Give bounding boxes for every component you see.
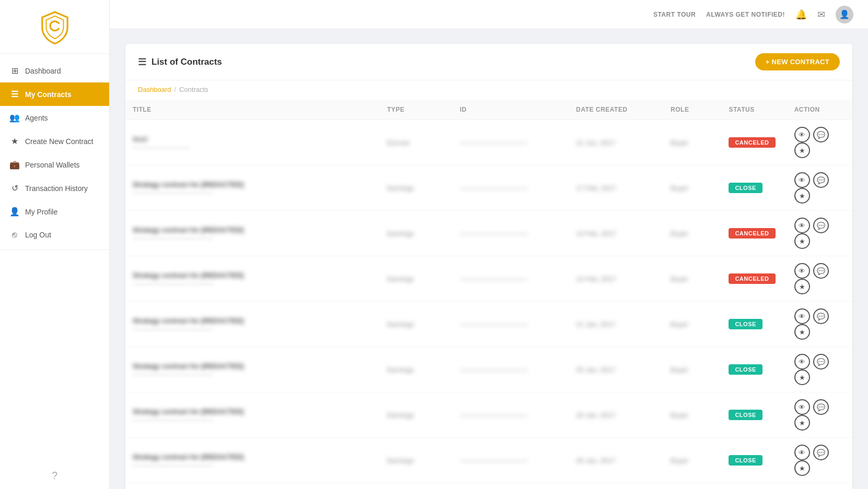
cell-id-0: ——————————: [452, 120, 569, 165]
comment-button-2[interactable]: 💬: [813, 218, 829, 233]
cell-action-7: 👁 💬 ★: [787, 438, 852, 483]
sidebar-item-my-contracts[interactable]: ☰ My Contracts: [0, 82, 109, 106]
sidebar-item-dashboard[interactable]: ⊞ Dashboard: [0, 59, 109, 82]
col-date-header: Date Created: [569, 100, 663, 120]
cell-date-0: 21 Jun, 2017: [569, 120, 663, 165]
status-badge-5: CLOSE: [729, 364, 762, 375]
cell-id-8: ——————————: [452, 483, 569, 490]
comment-button-4[interactable]: 💬: [813, 308, 829, 324]
cell-role-1: Buyer: [663, 165, 721, 211]
sidebar-item-agents[interactable]: 👥 Agents: [0, 106, 109, 129]
cell-id-3: ——————————: [452, 256, 569, 302]
star-button-4[interactable]: ★: [794, 324, 810, 340]
cell-action-3: 👁 💬 ★: [787, 256, 852, 302]
cell-type-4: Earnings: [380, 302, 452, 347]
comment-button-6[interactable]: 💬: [813, 399, 829, 415]
bell-icon[interactable]: 🔔: [795, 9, 807, 20]
view-button-5[interactable]: 👁: [794, 354, 810, 369]
cell-title-2: Strategy contract for [REDACTED] ———————…: [125, 211, 380, 256]
star-button-6[interactable]: ★: [794, 415, 810, 431]
cell-type-8: Earnings: [380, 483, 452, 490]
sidebar-nav: ⊞ Dashboard ☰ My Contracts 👥 Agents ★ Cr…: [0, 54, 109, 462]
breadcrumb-home[interactable]: Dashboard: [138, 86, 171, 93]
cell-id-4: ——————————: [452, 302, 569, 347]
cell-role-7: Buyer: [663, 438, 721, 483]
view-button-4[interactable]: 👁: [794, 308, 810, 324]
sidebar: ⊞ Dashboard ☰ My Contracts 👥 Agents ★ Cr…: [0, 0, 110, 489]
table-row: Strategy contract for [REDACTED] ———————…: [125, 211, 852, 256]
comment-button-7[interactable]: 💬: [813, 445, 829, 460]
status-badge-6: CLOSE: [729, 410, 762, 420]
log-out-nav-icon: ⎋: [9, 230, 20, 240]
cell-title-5: Strategy contract for [REDACTED] ———————…: [125, 347, 380, 392]
view-button-1[interactable]: 👁: [794, 172, 810, 188]
cell-title-7: Strategy contract for [REDACTED] ———————…: [125, 438, 380, 483]
cell-type-0: Escrow: [380, 120, 452, 165]
cell-status-2: CANCELED: [721, 211, 787, 256]
table-row: Strategy contract for [REDACTED] ———————…: [125, 302, 852, 347]
help-icon[interactable]: ?: [0, 462, 109, 489]
card-title: ☰ List of Contracts: [138, 56, 222, 68]
cell-action-5: 👁 💬 ★: [787, 347, 852, 392]
status-badge-3: CANCELED: [729, 273, 775, 284]
cell-date-5: 25 Jan, 2017: [569, 347, 663, 392]
avatar[interactable]: 👤: [836, 6, 853, 23]
star-button-3[interactable]: ★: [794, 279, 810, 294]
sidebar-item-personal-wallets[interactable]: 💼 Personal Wallets: [0, 153, 109, 176]
comment-button-3[interactable]: 💬: [813, 263, 829, 279]
cell-id-1: ——————————: [452, 165, 569, 211]
cell-type-7: Earnings: [380, 438, 452, 483]
cell-status-0: CANCELED: [721, 120, 787, 165]
cell-status-6: CLOSE: [721, 392, 787, 438]
cell-id-2: ——————————: [452, 211, 569, 256]
dashboard-nav-icon: ⊞: [9, 66, 20, 76]
cell-role-4: Buyer: [663, 302, 721, 347]
card-title-text: List of Contracts: [151, 57, 222, 67]
cell-date-4: 21 Jan, 2017: [569, 302, 663, 347]
my-profile-nav-icon: 👤: [9, 207, 20, 217]
view-button-0[interactable]: 👁: [794, 127, 810, 142]
topbar: START TOUR ALWAYS GET NOTIFIED! 🔔 ✉ 👤: [110, 0, 868, 29]
comment-button-1[interactable]: 💬: [813, 172, 829, 188]
cell-type-6: Earnings: [380, 392, 452, 438]
table-body: Acct —————————— Escrow —————————— 21 Jun…: [125, 120, 852, 490]
sidebar-item-create-new-contract[interactable]: ★ Create New Contract: [0, 129, 109, 153]
cell-action-4: 👁 💬 ★: [787, 302, 852, 347]
new-contract-button[interactable]: + NEW CONTRACT: [755, 53, 840, 70]
col-action-header: Action: [787, 100, 852, 120]
breadcrumb-current: Contracts: [179, 86, 208, 93]
cell-status-7: CLOSE: [721, 438, 787, 483]
view-button-3[interactable]: 👁: [794, 263, 810, 279]
transaction-history-nav-label: Transaction History: [25, 184, 88, 193]
cell-role-3: Buyer: [663, 256, 721, 302]
view-button-2[interactable]: 👁: [794, 218, 810, 233]
star-button-0[interactable]: ★: [794, 142, 810, 158]
cell-action-0: 👁 💬 ★: [787, 120, 852, 165]
sidebar-item-transaction-history[interactable]: ↺ Transaction History: [0, 176, 109, 200]
sidebar-item-my-profile[interactable]: 👤 My Profile: [0, 200, 109, 223]
cell-type-5: Earnings: [380, 347, 452, 392]
star-button-5[interactable]: ★: [794, 369, 810, 385]
cell-status-8: CLOSE: [721, 483, 787, 490]
my-profile-nav-label: My Profile: [25, 208, 57, 216]
table-row: Strategy contract for [REDACTED] ———————…: [125, 165, 852, 211]
table-row: Strategy contract for [REDACTED] ———————…: [125, 347, 852, 392]
view-button-6[interactable]: 👁: [794, 399, 810, 415]
mail-icon[interactable]: ✉: [817, 9, 825, 20]
comment-button-0[interactable]: 💬: [813, 127, 829, 142]
comment-button-5[interactable]: 💬: [813, 354, 829, 369]
star-button-2[interactable]: ★: [794, 233, 810, 249]
sidebar-item-log-out[interactable]: ⎋ Log Out: [0, 223, 109, 246]
logo-icon: [37, 9, 73, 46]
status-badge-4: CLOSE: [729, 319, 762, 329]
cell-date-6: 26 Jan, 2017: [569, 392, 663, 438]
start-tour-link[interactable]: START TOUR: [653, 11, 696, 18]
star-button-7[interactable]: ★: [794, 460, 810, 476]
star-button-1[interactable]: ★: [794, 188, 810, 204]
status-badge-1: CLOSE: [729, 183, 762, 193]
notify-link[interactable]: ALWAYS GET NOTIFIED!: [706, 11, 785, 18]
cell-action-6: 👁 💬 ★: [787, 392, 852, 438]
cell-type-1: Earnings: [380, 165, 452, 211]
cell-date-7: 26 Jan, 2017: [569, 438, 663, 483]
view-button-7[interactable]: 👁: [794, 445, 810, 460]
